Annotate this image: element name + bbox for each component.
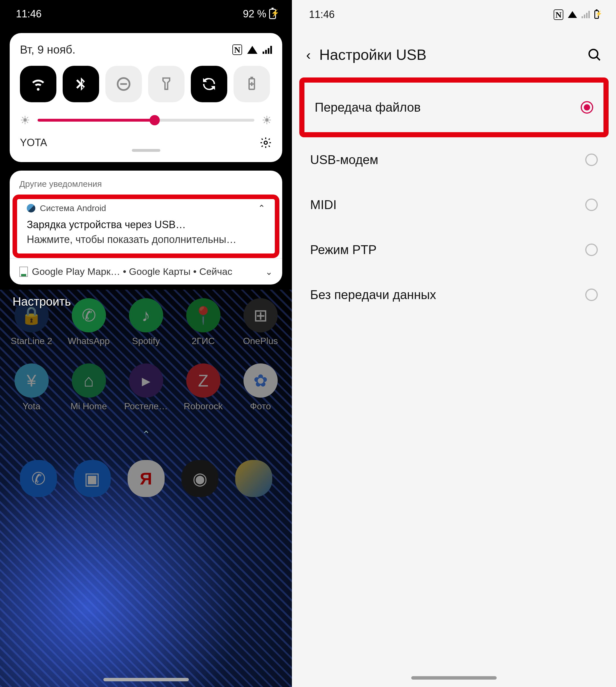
app-yota[interactable]: ¥Yota [4, 363, 59, 412]
app-oneplus[interactable]: ⊞OnePlus [234, 298, 288, 346]
option-file-transfer[interactable]: Передача файлов [304, 83, 603, 132]
svg-point-8 [589, 49, 598, 58]
dock: ✆ ▣ Я ◉ [3, 460, 289, 497]
app-drawer-arrow-icon[interactable]: ⌃ [3, 429, 289, 440]
battery-icon [594, 10, 599, 19]
notification-collapsed-group[interactable]: Google Play Марк… • Google Карты • Сейча… [10, 259, 282, 285]
nav-gesture-bar[interactable] [103, 678, 189, 681]
battery-percent: 92 % [243, 8, 266, 20]
panel-drag-handle[interactable] [132, 149, 160, 152]
option-midi[interactable]: MIDI [303, 182, 604, 227]
radio-icon[interactable] [585, 289, 598, 301]
qs-status-icons: N [233, 44, 272, 55]
notifications-panel: Другие уведомления Система Android ⌃ Зар… [10, 171, 282, 285]
page-title: Настройки USB [319, 46, 578, 63]
dock-gallery[interactable] [227, 460, 281, 497]
qs-date: Вт, 9 нояб. [20, 43, 75, 56]
collapsed-notif-text: Google Play Марк… • Google Карты • Сейча… [32, 266, 233, 277]
option-label: Без передачи данных [310, 288, 436, 302]
option-label: Режим PTP [310, 243, 376, 257]
app-2gis[interactable]: 📍2ГИС [176, 298, 230, 346]
highlight-frame-notification: Система Android ⌃ Зарядка устройства чер… [13, 195, 279, 258]
home-screen: Настроить 🔒StarLine 2 ✆WhatsApp ♪Spotify… [0, 290, 292, 687]
nfc-icon: N [554, 9, 563, 20]
radio-icon[interactable] [585, 199, 598, 211]
android-system-icon [27, 204, 35, 213]
nav-gesture-bar[interactable] [411, 676, 497, 680]
app-row-2: ¥Yota ⌂Mi Home ▸Ростеле… ZRoborock ✿Фото [3, 363, 289, 412]
brightness-low-icon: ☀ [20, 114, 30, 127]
left-phone-screenshot: 11:46 92 % Вт, 9 нояб. N ☀ ☀ [0, 0, 292, 687]
dock-messages[interactable]: ▣ [65, 460, 119, 497]
battery-icon [269, 9, 276, 19]
app-mihome[interactable]: ⌂Mi Home [62, 363, 116, 412]
settings-gear-icon[interactable] [260, 136, 272, 149]
notification-usb-charging[interactable]: Система Android ⌃ Зарядка устройства чер… [17, 199, 275, 253]
svg-line-9 [597, 57, 600, 60]
option-label: MIDI [310, 198, 337, 212]
radio-icon[interactable] [585, 244, 598, 256]
app-spotify[interactable]: ♪Spotify [119, 298, 173, 346]
usb-options-list: Передача файлов USB-модем MIDI Режим PTP… [292, 77, 616, 317]
dock-yandex[interactable]: Я [119, 460, 173, 497]
highlight-frame-option: Передача файлов [299, 77, 609, 137]
app-photos[interactable]: ✿Фото [234, 363, 288, 412]
notif-section-header: Другие уведомления [10, 171, 282, 195]
svg-point-7 [264, 141, 267, 145]
radio-icon[interactable] [585, 154, 598, 166]
qs-tile-bluetooth[interactable] [63, 66, 99, 102]
option-label: Передача файлов [315, 100, 421, 114]
dock-camera[interactable]: ◉ [173, 460, 227, 497]
radio-selected-icon[interactable] [581, 101, 593, 114]
app-roborock[interactable]: ZRoborock [176, 363, 230, 412]
option-ptp[interactable]: Режим PTP [303, 227, 604, 272]
search-icon[interactable] [587, 47, 602, 62]
qs-tile-batterysaver[interactable] [234, 66, 270, 102]
wifi-icon [247, 46, 258, 54]
notif-expand-icon[interactable]: ⌃ [265, 267, 272, 276]
notif-collapse-icon[interactable]: ⌃ [258, 203, 265, 213]
back-icon[interactable]: ‹ [306, 47, 311, 63]
brightness-auto-icon: ☀ [262, 114, 272, 127]
status-time: 11:46 [16, 8, 42, 20]
app-rostelecom[interactable]: ▸Ростеле… [119, 363, 173, 412]
signal-icon [581, 11, 590, 18]
qs-tile-dnd[interactable] [105, 66, 142, 102]
brightness-slider[interactable]: ☀ ☀ [20, 114, 272, 127]
notif-title: Зарядка устройства через USB… [27, 219, 265, 231]
quick-settings-panel: Вт, 9 нояб. N ☀ ☀ YOTA [10, 33, 282, 162]
play-store-icon [19, 267, 28, 277]
settings-header: ‹ Настройки USB [292, 23, 616, 77]
carrier-name: YOTA [20, 137, 47, 149]
signal-icon [263, 46, 272, 54]
qs-tile-autorotate[interactable] [191, 66, 227, 102]
option-usb-tethering[interactable]: USB-модем [303, 137, 604, 182]
nfc-icon: N [233, 44, 242, 55]
qs-tile-wifi[interactable] [20, 66, 57, 102]
qs-tile-row [20, 66, 272, 102]
option-label: USB-модем [310, 153, 378, 167]
status-time-right: 11:46 [309, 8, 335, 21]
wifi-icon [568, 11, 577, 18]
option-no-data[interactable]: Без передачи данных [303, 272, 604, 317]
notif-app-name: Система Android [40, 203, 106, 213]
right-statusbar: 11:46 N [292, 0, 616, 23]
qs-tile-flashlight[interactable] [148, 66, 184, 102]
dock-phone[interactable]: ✆ [12, 460, 65, 497]
right-phone-screenshot: 11:46 N ‹ Настройки USB Передача файлов … [292, 0, 616, 687]
notif-body: Нажмите, чтобы показать дополнительны… [27, 234, 265, 245]
customize-label[interactable]: Настроить [13, 295, 71, 308]
left-statusbar: 11:46 92 % [0, 0, 292, 24]
